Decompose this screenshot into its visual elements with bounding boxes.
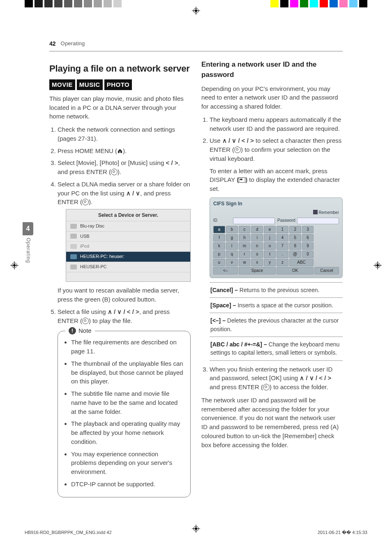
list-item: iPod — [66, 241, 190, 251]
enter-icon — [82, 318, 89, 324]
key: 7 — [277, 242, 288, 250]
svg-point-3 — [195, 9, 197, 12]
enter-icon — [263, 384, 270, 390]
login-step-2: Use ∧ / ∨ / < / > to select a character … — [210, 136, 343, 360]
key: e — [264, 226, 276, 233]
disc-icon — [70, 224, 77, 229]
steps-list: Check the network connection and setting… — [49, 125, 191, 325]
key: 8 — [289, 242, 301, 250]
step-2: Press HOME MENU (). — [58, 146, 191, 156]
section-name: Operating — [61, 40, 85, 48]
key: k — [213, 242, 225, 250]
note-item: You may experience connection problems d… — [71, 450, 184, 476]
def-space: [Space] – Inserts a space at the cursor … — [210, 297, 343, 313]
key: a — [213, 226, 225, 233]
key: 3 — [302, 226, 314, 233]
grayscale-bars — [25, 0, 122, 7]
intro-text: This player can play movie, music and ph… — [49, 94, 191, 121]
key: w — [239, 259, 251, 266]
device-list-title: Select a Device or Server. — [66, 209, 190, 221]
key: 0 — [302, 251, 314, 258]
step-1: Check the network connection and setting… — [58, 125, 191, 143]
list-item: USB — [66, 231, 190, 241]
usb-icon — [70, 234, 77, 239]
key: s — [251, 251, 263, 258]
registration-mark-icon — [374, 261, 382, 269]
note-label: Note — [78, 326, 92, 335]
display-icon — [239, 177, 245, 183]
key: l — [226, 242, 238, 250]
key: 9 — [302, 242, 314, 250]
note-box: ! Note The file requirements are describ… — [58, 331, 191, 497]
key: i — [251, 234, 263, 241]
key: 4 — [277, 234, 288, 241]
chapter-spine: 4 Operating — [23, 222, 33, 263]
heading-play-network: Playing a file on a network server — [49, 62, 191, 75]
page-number: 42 — [49, 39, 56, 48]
def-backspace: [<–] – Deletes the previous character at… — [210, 313, 343, 337]
note-item: The subtitle file name and movie file na… — [71, 389, 184, 416]
login-steps: The keyboard menu appears automatically … — [201, 115, 343, 392]
key-abc: ABC — [289, 259, 314, 266]
badge-music: MUSIC — [77, 79, 103, 90]
key-definitions: [Cancel] – Returns to the previous scree… — [210, 282, 343, 361]
password-label: Password — [277, 218, 295, 224]
note-item: The thumbnail of the unplayable files ca… — [71, 359, 184, 386]
key: z — [277, 259, 288, 266]
key: v — [226, 259, 238, 266]
footer-date: 2011-06-21 �� 4:15:33 — [318, 529, 367, 536]
note-icon: ! — [69, 327, 76, 334]
key: g — [226, 234, 238, 241]
key: b — [226, 226, 238, 233]
checkbox-icon — [313, 210, 318, 214]
key: c — [239, 226, 251, 233]
device-list-screenshot: Select a Device or Server. Blu-ray Disc … — [66, 209, 191, 282]
note-item: DTCP-IP cannot be supported. — [71, 480, 184, 489]
header-rule — [49, 51, 343, 51]
virtual-keyboard: abcde123 fghij456 klmno789 pqrst.@0 uvwx… — [213, 226, 339, 274]
key: 6 — [302, 234, 314, 241]
rescan-hint: If you want to rescan available media se… — [58, 286, 191, 304]
key: x — [251, 259, 263, 266]
chapter-number: 4 — [23, 222, 33, 235]
key-back: <– — [213, 267, 238, 274]
login-step-2b: To enter a letter with an accent mark, p… — [210, 167, 343, 193]
cmyk-bars — [270, 0, 367, 7]
list-item-selected: HEUSER-PC: heuser: — [66, 251, 190, 262]
key: j — [264, 234, 276, 241]
step-4: Select a DLNA media server or a share fo… — [58, 180, 191, 304]
pc-icon — [70, 254, 77, 259]
svg-point-7 — [13, 264, 16, 267]
enter-icon — [82, 199, 89, 205]
pc-icon — [70, 265, 77, 269]
key-cancel: Cancel — [314, 267, 339, 274]
list-item: HEUSER-PC — [66, 262, 190, 272]
password-field — [297, 218, 339, 224]
login-step-1: The keyboard menu appears automatically … — [210, 115, 343, 133]
def-abc: [ABC / abc / #+-=&] – Change the keyboar… — [210, 337, 343, 361]
login-intro: Depending on your PC's environment, you … — [201, 84, 343, 111]
login-step-3: When you finish entering the network use… — [210, 365, 343, 392]
note-item: The playback and operating quality may b… — [71, 419, 184, 446]
key: 1 — [277, 226, 288, 233]
cifs-title: CIFS Sign In — [213, 200, 339, 207]
list-item: Blu-ray Disc — [66, 221, 190, 231]
key-space: Space — [239, 267, 276, 274]
note-item: The file requirements are described on p… — [71, 338, 184, 356]
key: d — [251, 226, 263, 233]
note-tab: ! Note — [65, 326, 95, 335]
key: t — [264, 251, 276, 258]
key: 5 — [289, 234, 301, 241]
key: p — [213, 251, 225, 258]
chapter-label: Operating — [24, 238, 31, 263]
badge-movie: MOVIE — [49, 79, 75, 90]
list-item — [66, 272, 190, 281]
key: @ — [289, 251, 301, 258]
enter-icon — [234, 146, 241, 153]
key: y — [264, 259, 276, 266]
key: m — [239, 242, 251, 250]
key: f — [213, 234, 225, 241]
step-3: Select [Movie], [Photo] or [Music] using… — [58, 158, 191, 176]
key: h — [239, 234, 251, 241]
login-outro: The network user ID and password will be… — [201, 396, 343, 450]
